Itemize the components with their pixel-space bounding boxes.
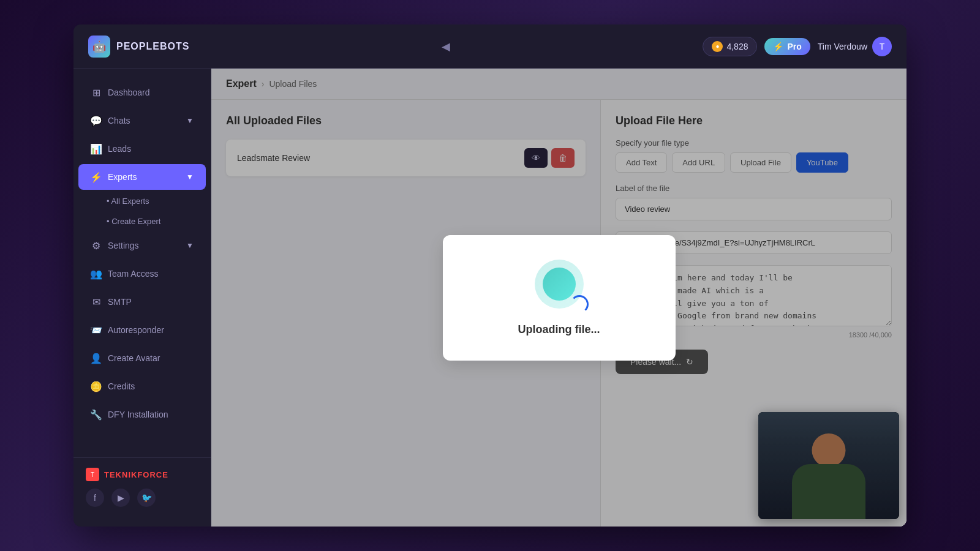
chats-chevron: ▼ [186, 116, 194, 125]
sidebar-label-autoresponder: Autoresponder [108, 325, 164, 335]
sidebar-item-autoresponder[interactable]: 📨 Autoresponder [78, 317, 206, 343]
sidebar-item-create-expert[interactable]: Create Expert [78, 212, 206, 231]
all-experts-label: All Experts [111, 197, 149, 206]
teknik-icon: T [86, 468, 99, 481]
create-expert-label: Create Expert [111, 217, 160, 226]
main-layout: ⊞ Dashboard 💬 Chats ▼ 📊 Leads ⚡ Experts … [74, 69, 907, 527]
sidebar-label-settings: Settings [108, 241, 139, 250]
user-avatar: T [872, 37, 892, 56]
credits-badge[interactable]: ● 4,828 [703, 37, 757, 56]
sidebar-footer: T TEKNIKFORCE f ▶ 🐦 [74, 457, 211, 517]
dashboard-icon: ⊞ [91, 87, 102, 98]
sidebar-item-settings[interactable]: ⚙ Settings ▼ [78, 233, 206, 258]
coin-icon: ● [712, 41, 723, 52]
user-area[interactable]: Tim Verdouw T [818, 37, 892, 56]
pro-label: Pro [787, 42, 801, 51]
sidebar-label-chats: Chats [108, 116, 130, 126]
upload-circle-inner [543, 268, 576, 301]
sidebar-label-credits: Credits [108, 381, 135, 391]
sidebar-label-team-access: Team Access [108, 269, 158, 279]
sidebar: ⊞ Dashboard 💬 Chats ▼ 📊 Leads ⚡ Experts … [74, 69, 211, 527]
chats-icon: 💬 [91, 115, 102, 126]
sidebar-label-smtp: SMTP [108, 297, 132, 307]
leads-icon: 📊 [91, 143, 102, 154]
upload-animation [535, 260, 584, 309]
sidebar-item-team-access[interactable]: 👥 Team Access [78, 261, 206, 287]
youtube-icon[interactable]: ▶ [111, 489, 130, 507]
logo-area: 🤖 PEOPLEBOTS [88, 36, 189, 58]
twitter-icon[interactable]: 🐦 [137, 489, 156, 507]
sidebar-item-experts[interactable]: ⚡ Experts ▼ [78, 164, 206, 190]
credits-icon: 🪙 [91, 381, 102, 392]
sidebar-item-all-experts[interactable]: All Experts [78, 192, 206, 211]
sidebar-item-create-avatar[interactable]: 👤 Create Avatar [78, 345, 206, 371]
team-access-icon: 👥 [91, 268, 102, 279]
smtp-icon: ✉ [91, 296, 102, 307]
upload-modal-overlay: Uploading file... [211, 69, 907, 527]
settings-chevron: ▼ [186, 241, 194, 250]
experts-chevron: ▼ [186, 173, 194, 181]
experts-icon: ⚡ [91, 171, 102, 182]
sidebar-item-dashboard[interactable]: ⊞ Dashboard [78, 80, 206, 105]
autoresponder-icon: 📨 [91, 324, 102, 335]
credits-value: 4,828 [726, 42, 748, 51]
upload-modal: Uploading file... [443, 235, 676, 361]
pro-icon: ⚡ [773, 42, 783, 51]
sidebar-label-dfy: DFY Installation [108, 410, 168, 419]
teknik-text: TEKNIKFORCE [104, 470, 168, 479]
facebook-icon[interactable]: f [86, 489, 104, 507]
content-area: Expert › Upload Files All Uploaded Files… [211, 69, 907, 527]
sidebar-label-dashboard: Dashboard [108, 88, 150, 97]
logo-text: PEOPLEBOTS [116, 41, 189, 52]
sidebar-label-create-avatar: Create Avatar [108, 353, 160, 363]
sidebar-item-dfy-installation[interactable]: 🔧 DFY Installation [78, 402, 206, 427]
sidebar-label-leads: Leads [108, 144, 131, 154]
create-avatar-icon: 👤 [91, 353, 102, 364]
sidebar-item-leads[interactable]: 📊 Leads [78, 136, 206, 162]
dfy-icon: 🔧 [91, 409, 102, 420]
collapse-button[interactable]: ◀ [437, 37, 455, 56]
logo-icon: 🤖 [88, 36, 110, 58]
social-icons: f ▶ 🐦 [86, 489, 198, 507]
teknik-logo: T TEKNIKFORCE [86, 468, 198, 481]
sidebar-item-smtp[interactable]: ✉ SMTP [78, 289, 206, 315]
topbar-right: ● 4,828 ⚡ Pro Tim Verdouw T [703, 37, 892, 56]
sidebar-item-credits[interactable]: 🪙 Credits [78, 373, 206, 399]
topbar: 🤖 PEOPLEBOTS ◀ ● 4,828 ⚡ Pro Tim Verdouw… [74, 24, 907, 69]
user-name: Tim Verdouw [818, 42, 867, 51]
pro-badge[interactable]: ⚡ Pro [764, 38, 810, 55]
settings-icon: ⚙ [91, 240, 102, 251]
modal-title: Uploading file... [518, 323, 600, 336]
sidebar-item-chats[interactable]: 💬 Chats ▼ [78, 108, 206, 133]
sidebar-label-experts: Experts [108, 172, 137, 182]
upload-spinner [570, 295, 589, 313]
